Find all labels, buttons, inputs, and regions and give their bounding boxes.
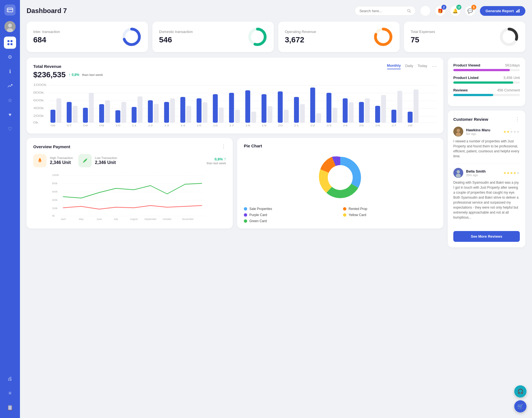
svg-text:1000k: 1000k — [33, 83, 47, 86]
tab-monthly[interactable]: Monthly — [387, 63, 401, 69]
reviewer-header-0: Hawkins Maru 5m ago ★★★★★ — [453, 127, 520, 137]
svg-rect-37 — [67, 102, 72, 123]
svg-point-129 — [456, 174, 461, 178]
left-col: Total Revenue Monthly Daily Today ⋯ $236… — [27, 58, 443, 247]
svg-text:October: October — [163, 218, 172, 220]
legend-green-card: Green Card — [244, 219, 337, 223]
sidebar-item-info[interactable]: ℹ — [4, 65, 16, 78]
search-input[interactable] — [359, 9, 405, 13]
tab-daily[interactable]: Daily — [405, 64, 413, 69]
page-title: Dashboard 7 — [27, 7, 350, 15]
svg-point-125 — [457, 129, 460, 132]
sidebar-item-menu[interactable]: ≡ — [4, 387, 16, 399]
theme-toggle[interactable] — [420, 6, 431, 16]
legend-purple-card: Purple Card — [244, 213, 337, 217]
stat-value: 3,672 — [285, 35, 316, 44]
metric-item-1: Product Listed 3,456 Unit — [453, 76, 520, 84]
support-float-button[interactable]: 🎧 — [514, 385, 526, 398]
sidebar-item-analytics[interactable] — [4, 80, 16, 92]
svg-text:600k: 600k — [52, 190, 58, 193]
sidebar-item-heart2[interactable]: ♡ — [4, 123, 16, 135]
metrics-card: Product Viewed 561/days Product Listed 3… — [448, 58, 525, 106]
payment-more-btn[interactable]: ⋮ — [221, 143, 226, 150]
legend-dot-sale — [244, 207, 247, 211]
svg-rect-64 — [213, 94, 218, 123]
metric-fill-2 — [453, 94, 493, 96]
svg-text:22: 22 — [310, 124, 315, 127]
svg-rect-95 — [381, 95, 386, 123]
svg-rect-49 — [132, 107, 137, 123]
svg-rect-82 — [310, 88, 315, 123]
svg-text:April: April — [61, 218, 66, 220]
metric-item-0: Product Viewed 561/days — [453, 63, 520, 71]
svg-point-9 — [408, 9, 410, 12]
svg-text:May: May — [79, 218, 84, 220]
payment-title: Overview Payment — [33, 144, 70, 149]
bell-badge: 12 — [456, 5, 461, 10]
svg-text:September: September — [144, 218, 157, 220]
svg-text:1000k: 1000k — [52, 174, 59, 176]
tab-today[interactable]: Today — [418, 64, 427, 69]
metric-header-0: Product Viewed 561/days — [453, 63, 520, 67]
generate-report-button[interactable]: Generate Report — [480, 6, 525, 16]
high-transaction-stat: High Transaction 2,346 Unit — [33, 154, 73, 167]
cart-float-button[interactable]: 🛒 — [514, 400, 526, 412]
svg-point-126 — [456, 132, 461, 136]
gift-icon-btn[interactable]: 🎁 2 — [435, 6, 446, 16]
svg-text:400k: 400k — [33, 107, 44, 110]
payment-stats: High Transaction 2,346 Unit L — [33, 154, 226, 167]
svg-text:400k: 400k — [52, 199, 58, 201]
svg-text:26: 26 — [375, 124, 380, 127]
sidebar-item-print[interactable]: 🖨 — [4, 373, 16, 385]
sidebar-item-list[interactable]: 📋 — [4, 401, 16, 414]
metric-label-2: Reviews — [453, 88, 468, 92]
svg-rect-59 — [186, 106, 191, 123]
revenue-more-btn[interactable]: ⋯ — [432, 63, 437, 69]
svg-rect-71 — [251, 112, 256, 123]
svg-text:07: 07 — [67, 124, 72, 127]
svg-text:13: 13 — [164, 124, 169, 127]
svg-text:12: 12 — [148, 124, 153, 127]
overview-payment-card: Overview Payment ⋮ H — [27, 138, 233, 229]
reviewer-name-1: Bella Smith — [466, 169, 500, 173]
high-transaction-label: High Transaction — [50, 156, 73, 160]
sidebar-item-heart[interactable]: ♥ — [4, 109, 16, 121]
legend-label-green: Green Card — [249, 219, 267, 223]
sidebar-logo[interactable] — [4, 4, 16, 16]
stat-label: Operating Revenue — [285, 30, 316, 34]
review-item-1: Bella Smith 20m ago ★★★★★ Dealing with S… — [453, 168, 520, 224]
legend-label-rented: Rented Prop — [349, 207, 367, 211]
sidebar-item-settings[interactable]: ⚙ — [4, 51, 16, 63]
metric-item-2: Reviews 456 Comment — [453, 88, 520, 96]
svg-text:15: 15 — [196, 124, 201, 127]
review-more-btn[interactable]: ⋮ — [515, 116, 520, 122]
see-more-reviews-button[interactable]: See More Reviews — [453, 231, 520, 242]
svg-rect-5 — [7, 40, 9, 42]
metric-value-2: 456 Comment — [497, 88, 520, 92]
sidebar-item-star[interactable]: ☆ — [4, 94, 16, 106]
low-transaction-label: Low Transaction — [95, 156, 117, 160]
avatar[interactable] — [4, 21, 16, 32]
svg-text:16: 16 — [213, 124, 218, 127]
svg-rect-65 — [219, 107, 224, 123]
floating-buttons: 🎧 🛒 — [514, 385, 526, 412]
revenue-header: Total Revenue Monthly Daily Today ⋯ — [33, 63, 437, 69]
bell-icon-btn[interactable]: 🔔 12 — [450, 6, 461, 16]
chat-icon-btn[interactable]: 💬 5 — [465, 6, 475, 16]
svg-rect-73 — [262, 94, 267, 123]
stat-info: Total Expenses 75 — [411, 30, 435, 44]
svg-text:800k: 800k — [33, 91, 44, 94]
high-transaction-icon — [33, 154, 47, 167]
right-col: Product Viewed 561/days Product Listed 3… — [448, 58, 525, 247]
svg-text:10: 10 — [116, 124, 121, 127]
stat-label: Total Expenses — [411, 30, 435, 34]
svg-text:600k: 600k — [33, 99, 44, 102]
sidebar-item-dashboard[interactable] — [4, 37, 16, 49]
svg-rect-92 — [365, 98, 370, 123]
revenue-title: Total Revenue — [33, 64, 61, 69]
svg-text:17: 17 — [229, 124, 234, 127]
svg-text:20: 20 — [278, 124, 283, 127]
stars-0: ★★★★★ — [503, 130, 520, 134]
svg-rect-47 — [121, 102, 126, 123]
review-text-1: Dealing with Syamsudin and Bakri was a j… — [453, 180, 520, 220]
